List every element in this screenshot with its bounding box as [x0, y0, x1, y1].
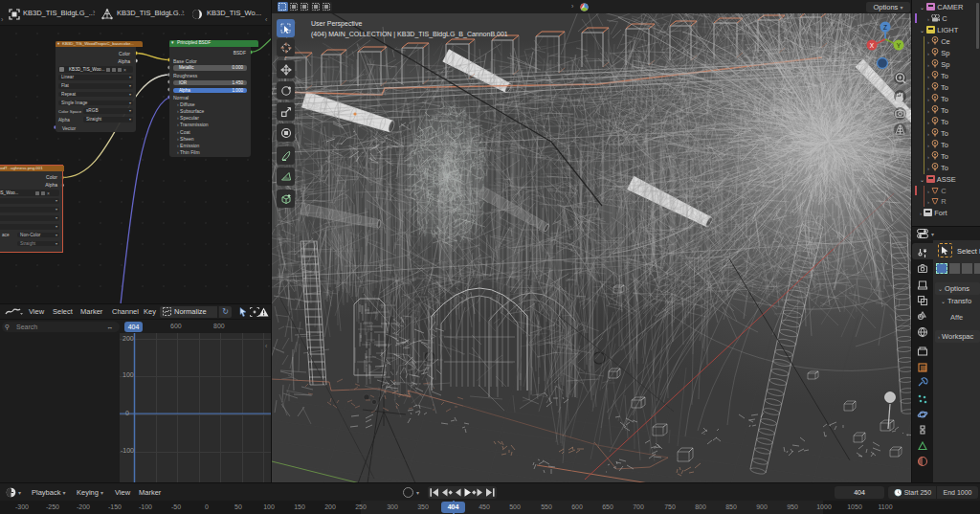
- svg-text:Z: Z: [883, 24, 887, 31]
- svg-text:Y: Y: [897, 42, 902, 49]
- svg-text:X: X: [870, 42, 875, 49]
